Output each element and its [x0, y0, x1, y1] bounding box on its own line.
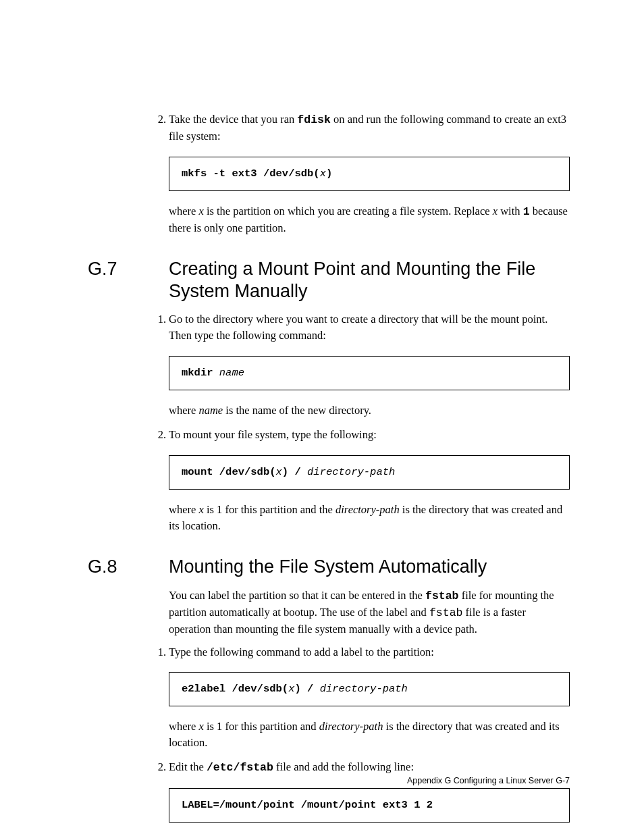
list-item: 2. To mount your file system, type the f…: [149, 427, 570, 534]
g7-steps: 1. Go to the directory where you want to…: [149, 311, 570, 533]
text-run: where: [169, 205, 198, 217]
code-text: ) /: [294, 683, 319, 695]
code-variable: x: [320, 167, 326, 180]
variable: x: [198, 720, 203, 733]
list-number: 1.: [149, 311, 169, 419]
text-run: Edit the: [169, 760, 207, 773]
code-text: e2label /dev/sdb(: [182, 683, 288, 695]
text-run: where: [169, 404, 198, 417]
code-text: LABEL=/mount/point /mount/point ext3 1 2: [182, 799, 433, 811]
code-text: ): [326, 167, 332, 180]
text-run: with: [498, 205, 523, 217]
intro-paragraph: You can label the partition so that it c…: [169, 588, 570, 637]
text-run: is the partition on which you are creati…: [204, 205, 493, 217]
page-footer: Appendix G Configuring a Linux Server G-…: [407, 776, 570, 785]
top-step-block: 2. Take the device that you ran fdisk on…: [149, 111, 570, 236]
code-block: mkdir name: [169, 356, 570, 390]
section-title: Mounting the File System Automatically: [169, 556, 570, 578]
variable: directory-path: [319, 720, 383, 733]
code-text: mount /dev/sdb(: [182, 466, 276, 478]
text-run: Take the device that you ran: [169, 113, 297, 126]
list-body: To mount your file system, type the foll…: [169, 427, 570, 534]
code-text: mkfs -t ext3 /dev/sdb(: [182, 167, 320, 180]
text-run: Type the following command to add a labe…: [169, 646, 434, 658]
document-page: 2. Take the device that you ran fdisk on…: [0, 0, 644, 834]
text-run: To mount your file system, type the foll…: [169, 428, 377, 441]
list-item: 1. Type the following command to add a l…: [149, 644, 570, 752]
code-text: ) /: [282, 466, 307, 478]
code-variable: directory-path: [307, 466, 395, 478]
code-variable: name: [219, 367, 244, 379]
text-run: where: [169, 720, 198, 733]
list-number: 2.: [149, 427, 169, 534]
text-run: is 1 for this partition and the: [204, 503, 336, 516]
variable: x: [198, 205, 203, 217]
text-run: Go to the directory where you want to cr…: [169, 313, 547, 342]
list-body: Take the device that you ran fdisk on an…: [169, 111, 570, 236]
code-text: mkdir: [182, 367, 219, 379]
variable: x: [493, 205, 498, 217]
list-item: 1. Go to the directory where you want to…: [149, 311, 570, 419]
paragraph: where x is 1 for this partition and dire…: [169, 719, 570, 751]
text-run: You can label the partition so that it c…: [169, 589, 425, 602]
variable: directory-path: [336, 503, 400, 516]
code-variable: directory-path: [320, 683, 408, 695]
code-block: mkfs -t ext3 /dev/sdb(x): [169, 157, 570, 191]
list-number: 1.: [149, 644, 169, 752]
variable: x: [198, 503, 203, 516]
list-body: Type the following command to add a labe…: [169, 644, 570, 752]
section-heading-g7: G.7 Creating a Mount Point and Mounting …: [88, 258, 570, 303]
list-body: Edit the /etc/fstab file and add the fol…: [169, 759, 570, 834]
code-block: mount /dev/sdb(x) / directory-path: [169, 455, 570, 490]
code-inline: fdisk: [297, 113, 331, 126]
g8-steps: 1. Type the following command to add a l…: [149, 644, 570, 834]
text-run: is the name of the new directory.: [223, 404, 371, 417]
variable: name: [198, 404, 223, 417]
list-number: 2.: [149, 759, 169, 834]
list-item: 2. Edit the /etc/fstab file and add the …: [149, 759, 570, 834]
text-run: where: [169, 503, 198, 516]
text-run: is 1 for this partition and: [204, 720, 319, 733]
code-variable: x: [276, 466, 282, 478]
section-heading-g8: G.8 Mounting the File System Automatical…: [88, 556, 570, 578]
code-inline: /etc/fstab: [207, 761, 273, 774]
text-run: file and add the following line:: [273, 760, 414, 773]
code-inline: 1: [523, 205, 530, 218]
code-block: LABEL=/mount/point /mount/point ext3 1 2: [169, 788, 570, 823]
paragraph: where x is 1 for this partition and the …: [169, 502, 570, 534]
section-number: G.8: [88, 556, 169, 578]
list-item: 2. Take the device that you ran fdisk on…: [149, 111, 570, 236]
page-content: 2. Take the device that you ran fdisk on…: [88, 111, 570, 834]
list-body: Go to the directory where you want to cr…: [169, 311, 570, 419]
paragraph: where name is the name of the new direct…: [169, 402, 570, 419]
paragraph: where x is the partition on which you ar…: [169, 203, 570, 236]
list-number: 2.: [149, 111, 169, 236]
code-inline: fstab: [429, 606, 463, 619]
code-block: e2label /dev/sdb(x) / directory-path: [169, 672, 570, 706]
code-inline: fstab: [425, 590, 459, 602]
section-number: G.7: [88, 258, 169, 303]
section-title: Creating a Mount Point and Mounting the …: [169, 258, 570, 303]
